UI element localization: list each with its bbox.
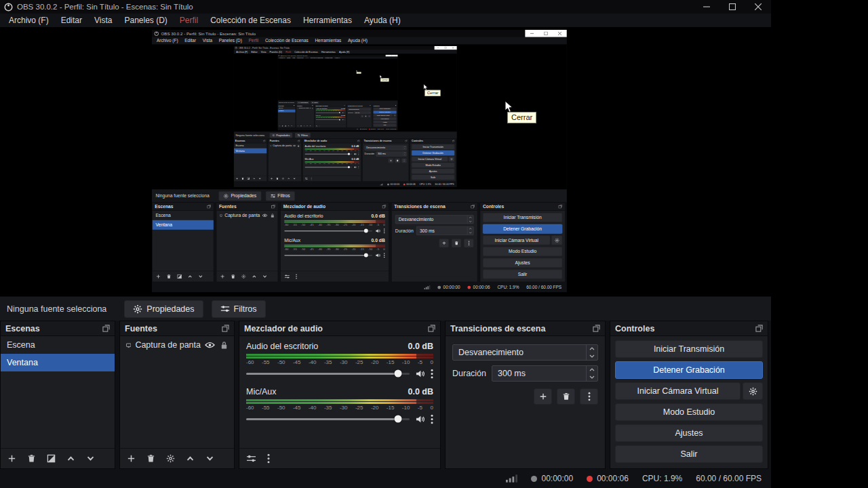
scene-item-selected[interactable]: Ventana — [1, 354, 115, 371]
controls-panel-header[interactable]: Controles — [610, 321, 768, 336]
source-item[interactable]: Captura de panta — [120, 336, 234, 354]
dock-popout-icon[interactable] — [428, 325, 435, 332]
sources-panel: Fuentes Captura de panta — [216, 202, 278, 282]
transitions-panel: Transiciones de escena Desvanecimiento D… — [347, 104, 372, 127]
move-source-up-button[interactable] — [186, 454, 195, 463]
volume-slider-handle — [339, 112, 340, 113]
tooltip: Cerrar — [380, 78, 389, 81]
transitions-panel-header[interactable]: Transiciones de escena — [446, 321, 605, 336]
plus-icon — [220, 274, 225, 279]
dock-popout-icon[interactable] — [593, 325, 600, 332]
volume-slider[interactable] — [246, 418, 410, 420]
source-item: Captura de panta — [216, 211, 277, 220]
record-time: 00:00:06 — [473, 285, 490, 290]
menu-item[interactable]: Ayuda (H) — [358, 14, 407, 27]
studio-mode-button[interactable]: Modo Estudio — [615, 403, 763, 421]
scene-item[interactable]: Escena — [1, 336, 115, 354]
obs-logo-icon — [235, 47, 237, 49]
filters-label: Filtros — [277, 193, 290, 199]
source-selection-status: Ninguna fuente selecciona — [155, 193, 209, 199]
menu-item[interactable]: Paneles (D) — [119, 14, 174, 27]
mixer-body: Audio del escritorio 0.0 dB -60-55-50-45… — [281, 211, 389, 271]
mixer-body: Audio del escritorio 0.0 dB -60-55-50-45… — [303, 143, 361, 176]
dock-popout-icon[interactable] — [222, 325, 229, 332]
duration-spinners[interactable] — [586, 366, 597, 381]
source-properties-button[interactable] — [166, 454, 175, 463]
menubar: Archivo (F)EditarVistaPaneles (D)PerfilC… — [277, 57, 397, 59]
dock-popout-icon[interactable] — [755, 325, 763, 332]
duration-input[interactable]: 300 ms — [492, 365, 598, 382]
filters-button[interactable]: Filtros — [212, 300, 266, 318]
menu-item[interactable]: Archivo (F) — [3, 14, 55, 27]
volume-slider-handle[interactable] — [395, 415, 402, 423]
add-transition-button[interactable] — [534, 388, 552, 405]
exit-button[interactable]: Salir — [615, 445, 763, 463]
scenes-panel-header: Escenas — [278, 104, 296, 106]
sources-panel-header[interactable]: Fuentes — [120, 321, 234, 336]
volume-slider-handle[interactable] — [395, 370, 402, 378]
menu-item[interactable]: Colección de Escenas — [204, 14, 297, 27]
virtual-camera-settings-button[interactable] — [743, 382, 763, 400]
filters-label: Filtros — [234, 304, 257, 314]
docks: Escenas Escena Ventana Fuent — [234, 139, 456, 182]
spin-down-icon — [587, 373, 597, 381]
db-tick: -25 — [333, 117, 334, 118]
remove-transition-button[interactable] — [557, 388, 575, 405]
add-source-button[interactable] — [127, 454, 136, 463]
scenes-panel: Escenas Escena Ventana — [234, 139, 267, 182]
chevron-up-icon — [288, 125, 290, 127]
mixer-panel-header[interactable]: Mezclador de audio — [239, 321, 440, 336]
scenes-panel: Escenas Escena Ventana — [152, 202, 214, 282]
cursor-overlay: Cerrar — [505, 100, 513, 113]
volume-meter — [284, 220, 384, 223]
remove-source-button[interactable] — [146, 454, 155, 463]
mixer-panel-header: Mezclador de audio — [315, 104, 346, 106]
mute-button[interactable] — [415, 415, 425, 424]
menu-item[interactable]: Herramientas — [297, 14, 358, 27]
close-button[interactable] — [745, 0, 771, 14]
channel-options-button[interactable] — [431, 369, 433, 379]
db-tick: -50 — [321, 110, 322, 111]
db-tick: -5 — [418, 405, 422, 411]
mixer-options-button[interactable] — [267, 453, 270, 464]
window-title: OBS 30.0.2 - Perfil: Sin Título - Escena… — [161, 31, 256, 35]
start-streaming-button[interactable]: Iniciar Transmisión — [615, 340, 763, 358]
maximize-button[interactable] — [719, 0, 745, 14]
transition-select[interactable]: Desvanecimiento — [452, 344, 598, 361]
scene-filters-button[interactable] — [47, 454, 56, 463]
menu-item[interactable]: Perfil — [174, 14, 204, 27]
mute-button[interactable] — [415, 369, 425, 378]
sources-panel-header: Fuentes — [269, 139, 302, 143]
preview-area[interactable]: OBS 30.0.2 - Perfil: Sin Título - Escena… — [0, 27, 771, 296]
channel-options-button[interactable] — [431, 414, 433, 424]
statusbar: 00:00:00 00:00:06 CPU: 1.9% 60.00 / 60.0… — [0, 469, 771, 488]
scenes-panel-header[interactable]: Escenas — [1, 321, 115, 336]
start-virtual-camera-button[interactable]: Iniciar Cámara Virtual — [615, 382, 741, 400]
properties-button[interactable]: Propiedades — [124, 300, 203, 318]
remove-scene-button[interactable] — [27, 454, 36, 463]
visibility-eye-icon[interactable] — [205, 342, 215, 348]
advanced-audio-button[interactable] — [246, 454, 256, 463]
kebab-icon — [431, 369, 433, 379]
menu-item: Editar — [181, 37, 199, 45]
menu-item[interactable]: Vista — [88, 14, 118, 27]
settings-button[interactable]: Ajustes — [615, 424, 763, 442]
signal-bars-icon — [357, 128, 359, 129]
scenes-toolbar — [234, 176, 267, 182]
stop-recording-button[interactable]: Detener Grabación — [615, 361, 763, 379]
lock-icon[interactable] — [220, 341, 228, 350]
dock-popout-icon[interactable] — [102, 325, 110, 332]
move-scene-up-button[interactable] — [66, 454, 75, 463]
add-scene-button[interactable] — [7, 454, 16, 463]
spin-up-icon — [369, 111, 370, 113]
move-source-down-button[interactable] — [205, 454, 214, 463]
volume-slider[interactable] — [246, 373, 410, 375]
minimize-button[interactable] — [694, 0, 719, 14]
db-tick: -55 — [309, 150, 311, 152]
move-scene-down-button[interactable] — [86, 454, 95, 463]
dock-popout-icon — [312, 105, 313, 106]
audio-mixer-panel: Mezclador de audio Audio del escritorio … — [239, 321, 441, 469]
transition-options-button[interactable] — [580, 388, 598, 405]
menu-item[interactable]: Editar — [55, 14, 88, 27]
select-spinners[interactable] — [586, 345, 597, 360]
